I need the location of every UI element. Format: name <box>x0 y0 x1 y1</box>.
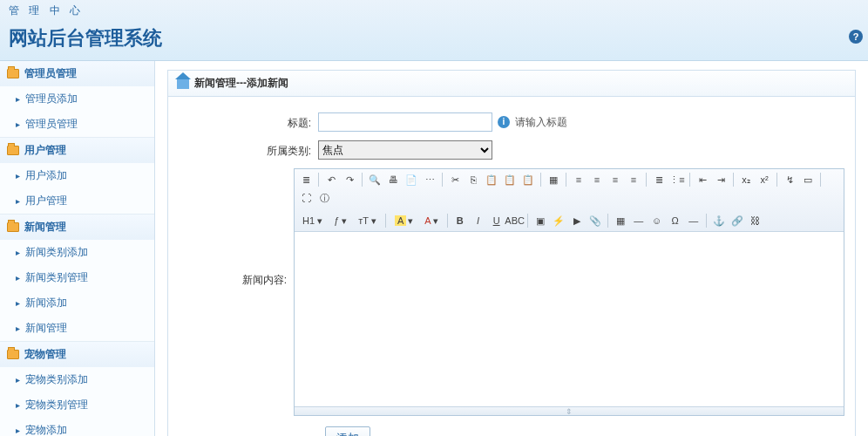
strike-icon[interactable]: ABC <box>507 213 523 228</box>
sidebar-item[interactable]: ▸管理员添加 <box>0 86 154 112</box>
sidebar-item-label: 新闻类别管理 <box>25 270 88 285</box>
select-all-icon[interactable]: ▦ <box>546 172 561 187</box>
sidebar-item-label: 宠物类别管理 <box>25 398 88 412</box>
underline-icon[interactable]: U <box>489 213 505 228</box>
sidebar-item-label: 宠物类别添加 <box>25 372 88 387</box>
sidebar-group-head[interactable]: 宠物管理 <box>0 342 154 367</box>
bullet-icon: ▸ <box>16 94 20 104</box>
superscript-icon[interactable]: x² <box>756 172 772 187</box>
heading-select[interactable]: H1 ▾ <box>298 213 327 228</box>
undo-icon[interactable]: ↶ <box>323 172 339 187</box>
textcolor-select[interactable]: A▾ <box>390 213 417 228</box>
align-left-icon[interactable]: ≡ <box>571 172 587 187</box>
editor-textarea[interactable] <box>295 232 844 406</box>
image-icon[interactable]: ▣ <box>532 213 548 228</box>
header-crumb: 管 理 中 心 <box>0 0 868 22</box>
ul-icon[interactable]: ⋮≡ <box>669 172 685 187</box>
subscript-icon[interactable]: x₂ <box>738 172 754 187</box>
paste-word-icon[interactable]: 📋 <box>520 172 536 187</box>
title-input[interactable] <box>318 112 492 132</box>
sidebar-item-label: 用户管理 <box>25 194 67 208</box>
submit-button[interactable]: 添加 <box>325 426 370 436</box>
category-label: 所属类别: <box>179 140 318 159</box>
sidebar-item-label: 管理员管理 <box>25 117 78 132</box>
align-right-icon[interactable]: ≡ <box>607 172 623 187</box>
cut-icon[interactable]: ✂ <box>447 172 463 187</box>
code-icon[interactable]: ⋯ <box>422 172 437 187</box>
anchor-icon[interactable]: ⚓ <box>711 213 727 228</box>
sidebar-item[interactable]: ▸宠物类别管理 <box>0 392 154 418</box>
link-icon[interactable]: 🔗 <box>729 213 745 228</box>
sidebar-group-head[interactable]: 用户管理 <box>0 138 154 163</box>
sidebar-item[interactable]: ▸用户管理 <box>0 188 154 214</box>
paste-icon[interactable]: 📋 <box>484 172 499 187</box>
fontsize-select[interactable]: тT ▾ <box>354 213 381 228</box>
bullet-icon: ▸ <box>16 400 20 410</box>
sidebar-item-label: 新闻添加 <box>25 296 67 310</box>
emoji-icon[interactable]: ☺ <box>649 213 665 228</box>
print-icon[interactable]: 🖶 <box>385 172 401 187</box>
bullet-icon: ▸ <box>16 324 20 333</box>
font-select[interactable]: ƒ ▾ <box>329 213 351 228</box>
hr-icon[interactable]: — <box>631 213 647 228</box>
title-label: 标题: <box>179 112 318 131</box>
rich-editor: ≣ ↶ ↷ 🔍 🖶 📄 ⋯ ✂ ⎘ 📋 <box>294 168 844 416</box>
sidebar-item-label: 宠物添加 <box>25 423 67 436</box>
title-hint: 请输入标题 <box>515 115 567 130</box>
ol-icon[interactable]: ≣ <box>651 172 667 187</box>
sidebar-item[interactable]: ▸新闻管理 <box>0 316 154 341</box>
flash-icon[interactable]: ⚡ <box>551 213 566 228</box>
sidebar-item[interactable]: ▸管理员管理 <box>0 112 154 137</box>
file-icon[interactable]: 📎 <box>587 213 603 228</box>
unlink-icon[interactable]: ⛓ <box>748 213 763 228</box>
sidebar-item[interactable]: ▸用户添加 <box>0 163 154 188</box>
italic-icon[interactable]: I <box>471 213 486 228</box>
folder-icon <box>7 146 19 155</box>
sidebar-group-head[interactable]: 管理员管理 <box>0 61 154 86</box>
template-icon[interactable]: 📄 <box>403 172 419 187</box>
folder-icon <box>7 222 19 232</box>
preview-icon[interactable]: 🔍 <box>367 172 383 187</box>
paste-plain-icon[interactable]: 📋 <box>502 172 518 187</box>
align-center-icon[interactable]: ≡ <box>589 172 605 187</box>
bold-icon[interactable]: B <box>452 213 468 228</box>
top-header: 管 理 中 心 网站后台管理系统 ? <box>0 0 868 61</box>
redo-icon[interactable]: ↷ <box>342 172 357 187</box>
indent-icon[interactable]: ⇥ <box>713 172 729 187</box>
about-icon[interactable]: ⓘ <box>316 190 332 206</box>
bgcolor-select[interactable]: A▾ <box>420 213 442 228</box>
sidebar-item[interactable]: ▸宠物类别添加 <box>0 367 154 392</box>
category-select[interactable]: 焦点 <box>318 140 492 160</box>
media-icon[interactable]: ▶ <box>569 213 585 228</box>
bullet-icon: ▸ <box>16 196 20 206</box>
folder-icon <box>7 69 19 78</box>
sidebar-group-title: 新闻管理 <box>24 220 66 235</box>
folder-icon <box>7 350 19 359</box>
sidebar-item[interactable]: ▸新闻类别添加 <box>0 240 154 265</box>
sidebar-item[interactable]: ▸宠物添加 <box>0 418 154 436</box>
help-icon[interactable]: ? <box>849 30 863 44</box>
sidebar-group-title: 用户管理 <box>24 143 66 158</box>
sidebar-group-head[interactable]: 新闻管理 <box>0 215 154 240</box>
table-icon[interactable]: ▦ <box>613 213 628 228</box>
breadcrumb: 新闻管理---添加新闻 <box>167 70 856 97</box>
header-title: 网站后台管理系统 <box>0 22 868 60</box>
pagebreak-icon[interactable]: — <box>686 213 702 228</box>
clear-format-icon[interactable]: ↯ <box>782 172 797 187</box>
bullet-icon: ▸ <box>16 298 20 308</box>
fullscreen-icon[interactable]: ⛶ <box>298 190 314 206</box>
source-icon[interactable]: ≣ <box>298 172 314 187</box>
editor-resize-handle[interactable]: ⇕ <box>295 406 844 415</box>
sidebar-item-label: 新闻管理 <box>25 321 67 336</box>
select-tool-icon[interactable]: ▭ <box>800 172 816 187</box>
bullet-icon: ▸ <box>16 426 20 435</box>
copy-icon[interactable]: ⎘ <box>465 172 481 187</box>
home-icon[interactable] <box>177 78 189 89</box>
special-char-icon[interactable]: Ω <box>668 213 683 228</box>
bullet-icon: ▸ <box>16 273 20 283</box>
align-justify-icon[interactable]: ≡ <box>626 172 641 187</box>
sidebar-item[interactable]: ▸新闻类别管理 <box>0 265 154 290</box>
sidebar-item[interactable]: ▸新闻添加 <box>0 290 154 316</box>
outdent-icon[interactable]: ⇤ <box>695 172 710 187</box>
sidebar-item-label: 用户添加 <box>25 168 67 183</box>
